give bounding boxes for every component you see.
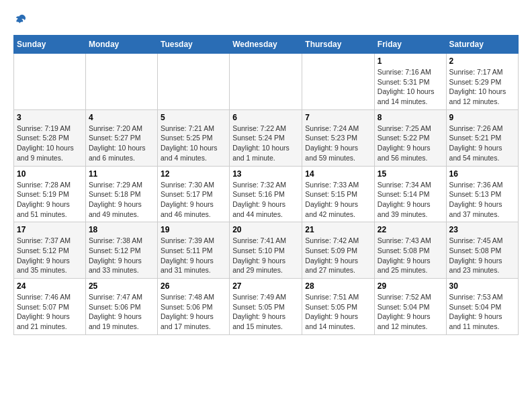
calendar-cell: 15Sunrise: 7:34 AM Sunset: 5:14 PM Dayli… bbox=[374, 166, 446, 222]
calendar-cell: 14Sunrise: 7:33 AM Sunset: 5:15 PM Dayli… bbox=[302, 166, 375, 222]
day-info: Sunrise: 7:42 AM Sunset: 5:09 PM Dayligh… bbox=[305, 236, 371, 275]
day-number: 24 bbox=[17, 281, 83, 291]
day-number: 23 bbox=[449, 225, 515, 234]
day-info: Sunrise: 7:17 AM Sunset: 5:29 PM Dayligh… bbox=[449, 67, 515, 107]
calendar-cell: 24Sunrise: 7:46 AM Sunset: 5:07 PM Dayli… bbox=[14, 279, 86, 335]
day-info: Sunrise: 7:24 AM Sunset: 5:23 PM Dayligh… bbox=[305, 124, 371, 163]
day-number: 2 bbox=[449, 56, 515, 66]
day-number: 16 bbox=[449, 169, 515, 179]
day-info: Sunrise: 7:34 AM Sunset: 5:14 PM Dayligh… bbox=[378, 180, 443, 220]
logo bbox=[13, 13, 30, 28]
calendar-cell: 20Sunrise: 7:41 AM Sunset: 5:10 PM Dayli… bbox=[230, 222, 302, 279]
week-row-1: 1Sunrise: 7:16 AM Sunset: 5:31 PM Daylig… bbox=[14, 54, 519, 110]
day-number: 25 bbox=[89, 281, 154, 291]
calendar-cell bbox=[302, 54, 375, 110]
calendar-cell: 28Sunrise: 7:51 AM Sunset: 5:05 PM Dayli… bbox=[302, 279, 375, 335]
calendar-cell: 6Sunrise: 7:22 AM Sunset: 5:24 PM Daylig… bbox=[230, 109, 302, 166]
weekday-header-sunday: Sunday bbox=[14, 36, 86, 54]
day-info: Sunrise: 7:43 AM Sunset: 5:08 PM Dayligh… bbox=[378, 236, 443, 275]
day-number: 22 bbox=[378, 225, 443, 234]
calendar-cell: 16Sunrise: 7:36 AM Sunset: 5:13 PM Dayli… bbox=[446, 166, 518, 222]
calendar-cell: 3Sunrise: 7:19 AM Sunset: 5:28 PM Daylig… bbox=[14, 109, 86, 166]
calendar-cell: 22Sunrise: 7:43 AM Sunset: 5:08 PM Dayli… bbox=[374, 222, 446, 279]
calendar-cell: 23Sunrise: 7:45 AM Sunset: 5:08 PM Dayli… bbox=[446, 222, 518, 279]
day-info: Sunrise: 7:49 AM Sunset: 5:05 PM Dayligh… bbox=[232, 292, 299, 332]
day-info: Sunrise: 7:45 AM Sunset: 5:08 PM Dayligh… bbox=[449, 236, 515, 275]
calendar-cell: 12Sunrise: 7:30 AM Sunset: 5:17 PM Dayli… bbox=[157, 166, 229, 222]
day-info: Sunrise: 7:20 AM Sunset: 5:27 PM Dayligh… bbox=[89, 124, 154, 163]
day-number: 3 bbox=[17, 113, 83, 122]
day-number: 13 bbox=[232, 169, 299, 179]
day-number: 19 bbox=[161, 225, 226, 234]
calendar-cell: 11Sunrise: 7:29 AM Sunset: 5:18 PM Dayli… bbox=[85, 166, 157, 222]
day-info: Sunrise: 7:16 AM Sunset: 5:31 PM Dayligh… bbox=[378, 67, 443, 107]
day-info: Sunrise: 7:26 AM Sunset: 5:21 PM Dayligh… bbox=[449, 124, 515, 163]
day-number: 20 bbox=[232, 225, 299, 234]
day-info: Sunrise: 7:38 AM Sunset: 5:12 PM Dayligh… bbox=[89, 236, 154, 275]
calendar-cell: 17Sunrise: 7:37 AM Sunset: 5:12 PM Dayli… bbox=[14, 222, 86, 279]
day-info: Sunrise: 7:29 AM Sunset: 5:18 PM Dayligh… bbox=[89, 180, 154, 220]
day-info: Sunrise: 7:51 AM Sunset: 5:05 PM Dayligh… bbox=[305, 292, 371, 332]
day-info: Sunrise: 7:21 AM Sunset: 5:25 PM Dayligh… bbox=[161, 124, 226, 163]
day-info: Sunrise: 7:52 AM Sunset: 5:04 PM Dayligh… bbox=[378, 292, 443, 332]
logo-bird-icon bbox=[15, 13, 30, 28]
day-number: 30 bbox=[449, 281, 515, 291]
calendar-cell bbox=[14, 54, 86, 110]
day-number: 12 bbox=[161, 169, 226, 179]
day-info: Sunrise: 7:33 AM Sunset: 5:15 PM Dayligh… bbox=[305, 180, 371, 220]
day-info: Sunrise: 7:47 AM Sunset: 5:06 PM Dayligh… bbox=[89, 292, 154, 332]
page-header bbox=[13, 13, 519, 28]
day-number: 28 bbox=[305, 281, 371, 291]
weekday-header-wednesday: Wednesday bbox=[230, 36, 302, 54]
week-row-4: 17Sunrise: 7:37 AM Sunset: 5:12 PM Dayli… bbox=[14, 222, 519, 279]
day-number: 15 bbox=[378, 169, 443, 179]
day-info: Sunrise: 7:32 AM Sunset: 5:16 PM Dayligh… bbox=[232, 180, 299, 220]
day-number: 18 bbox=[89, 225, 154, 234]
day-info: Sunrise: 7:37 AM Sunset: 5:12 PM Dayligh… bbox=[17, 236, 83, 275]
calendar-table: SundayMondayTuesdayWednesdayThursdayFrid… bbox=[13, 35, 519, 335]
weekday-header-thursday: Thursday bbox=[302, 36, 375, 54]
weekday-header-tuesday: Tuesday bbox=[157, 36, 229, 54]
day-number: 14 bbox=[305, 169, 371, 179]
day-number: 21 bbox=[305, 225, 371, 234]
weekday-header-saturday: Saturday bbox=[446, 36, 518, 54]
day-info: Sunrise: 7:28 AM Sunset: 5:19 PM Dayligh… bbox=[17, 180, 83, 220]
week-row-5: 24Sunrise: 7:46 AM Sunset: 5:07 PM Dayli… bbox=[14, 279, 519, 335]
day-number: 17 bbox=[17, 225, 83, 234]
calendar-cell: 2Sunrise: 7:17 AM Sunset: 5:29 PM Daylig… bbox=[446, 54, 518, 110]
calendar-cell: 13Sunrise: 7:32 AM Sunset: 5:16 PM Dayli… bbox=[230, 166, 302, 222]
day-info: Sunrise: 7:30 AM Sunset: 5:17 PM Dayligh… bbox=[161, 180, 226, 220]
calendar-cell bbox=[157, 54, 229, 110]
calendar-cell: 27Sunrise: 7:49 AM Sunset: 5:05 PM Dayli… bbox=[230, 279, 302, 335]
calendar-cell: 30Sunrise: 7:53 AM Sunset: 5:04 PM Dayli… bbox=[446, 279, 518, 335]
calendar-cell: 7Sunrise: 7:24 AM Sunset: 5:23 PM Daylig… bbox=[302, 109, 375, 166]
calendar-cell: 26Sunrise: 7:48 AM Sunset: 5:06 PM Dayli… bbox=[157, 279, 229, 335]
day-number: 27 bbox=[232, 281, 299, 291]
calendar-cell: 4Sunrise: 7:20 AM Sunset: 5:27 PM Daylig… bbox=[85, 109, 157, 166]
calendar-cell: 21Sunrise: 7:42 AM Sunset: 5:09 PM Dayli… bbox=[302, 222, 375, 279]
day-number: 1 bbox=[378, 56, 443, 66]
day-number: 5 bbox=[161, 113, 226, 122]
day-number: 26 bbox=[161, 281, 226, 291]
calendar-cell bbox=[230, 54, 302, 110]
day-info: Sunrise: 7:46 AM Sunset: 5:07 PM Dayligh… bbox=[17, 292, 83, 332]
calendar-cell: 18Sunrise: 7:38 AM Sunset: 5:12 PM Dayli… bbox=[85, 222, 157, 279]
calendar-cell: 29Sunrise: 7:52 AM Sunset: 5:04 PM Dayli… bbox=[374, 279, 446, 335]
day-number: 29 bbox=[378, 281, 443, 291]
day-number: 4 bbox=[89, 113, 154, 122]
day-info: Sunrise: 7:25 AM Sunset: 5:22 PM Dayligh… bbox=[378, 124, 443, 163]
day-number: 9 bbox=[449, 113, 515, 122]
calendar-cell: 5Sunrise: 7:21 AM Sunset: 5:25 PM Daylig… bbox=[157, 109, 229, 166]
day-info: Sunrise: 7:22 AM Sunset: 5:24 PM Dayligh… bbox=[232, 124, 299, 163]
day-number: 8 bbox=[378, 113, 443, 122]
weekday-header-row: SundayMondayTuesdayWednesdayThursdayFrid… bbox=[14, 36, 519, 54]
day-number: 10 bbox=[17, 169, 83, 179]
day-info: Sunrise: 7:36 AM Sunset: 5:13 PM Dayligh… bbox=[449, 180, 515, 220]
calendar-cell: 1Sunrise: 7:16 AM Sunset: 5:31 PM Daylig… bbox=[374, 54, 446, 110]
weekday-header-monday: Monday bbox=[85, 36, 157, 54]
day-info: Sunrise: 7:39 AM Sunset: 5:11 PM Dayligh… bbox=[161, 236, 226, 275]
calendar-cell: 8Sunrise: 7:25 AM Sunset: 5:22 PM Daylig… bbox=[374, 109, 446, 166]
calendar-cell bbox=[85, 54, 157, 110]
calendar-cell: 10Sunrise: 7:28 AM Sunset: 5:19 PM Dayli… bbox=[14, 166, 86, 222]
day-info: Sunrise: 7:53 AM Sunset: 5:04 PM Dayligh… bbox=[449, 292, 515, 332]
